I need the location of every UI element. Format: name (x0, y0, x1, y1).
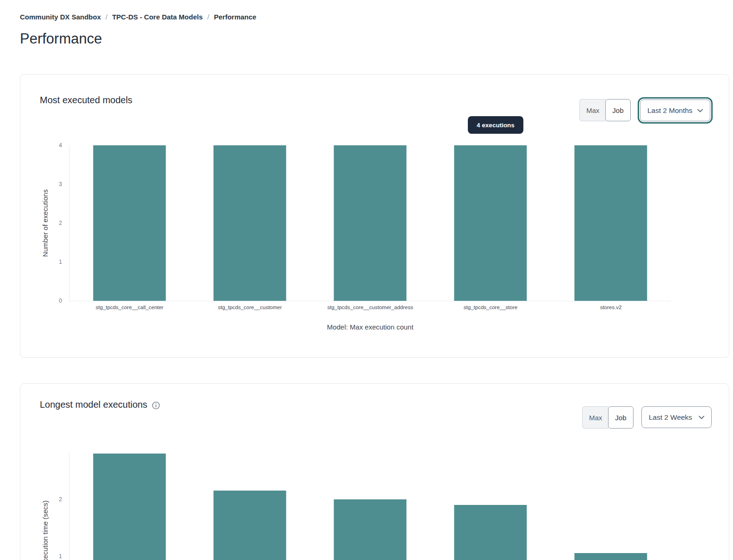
chart-band (69, 145, 190, 301)
page-title: Performance (20, 31, 102, 47)
chart-band (310, 145, 430, 301)
bar-stg_tpcds_core__customer_address[interactable] (334, 145, 406, 301)
bar-col-5[interactable] (574, 553, 647, 560)
y-tick-label: 1 (59, 554, 62, 559)
card-title: Most executed models (40, 95, 132, 106)
y-tick-label: 2 (59, 220, 62, 226)
bar-stg_tpcds_core__call_center[interactable] (93, 145, 166, 301)
chart-band (69, 454, 190, 560)
chevron-down-icon (699, 416, 704, 419)
bar-stores.v2[interactable] (574, 145, 647, 301)
breadcrumb-item-project[interactable]: Community DX Sandbox (20, 13, 101, 21)
card-longest-model-executions: Longest model executions Max Job Last 2 … (20, 383, 729, 560)
x-tick-label: stg_tpcds_core__customer_address (310, 305, 430, 310)
breadcrumb-item-models[interactable]: TPC-DS - Core Data Models (112, 13, 203, 21)
date-range-select[interactable]: Last 2 Weeks (641, 406, 712, 428)
bar-chart-longest-executions: 12 Execution time (secs) (69, 454, 671, 560)
chevron-down-icon (697, 109, 703, 112)
card-title-text: Longest model executions (40, 399, 147, 410)
x-tick-label: stores.v2 (551, 305, 671, 310)
breadcrumb: Community DX Sandbox / TPC-DS - Core Dat… (20, 13, 256, 21)
y-axis-ticks: 01234 (47, 145, 66, 301)
info-icon[interactable] (152, 401, 160, 410)
y-tick-label: 2 (59, 497, 62, 502)
y-axis-ticks: 12 (47, 454, 66, 560)
chart-band (310, 454, 430, 560)
job-button[interactable]: Job (605, 99, 630, 121)
x-axis-label: Model: Max execution count (69, 323, 671, 331)
y-tick-label: 0 (59, 298, 62, 304)
card-title: Longest model executions (40, 399, 160, 410)
bar-col-2[interactable] (213, 491, 286, 560)
chart-band (430, 454, 551, 560)
y-axis-label: Number of executions (41, 189, 49, 257)
chart-tooltip: 4 executions (468, 116, 523, 134)
x-tick-label: stg_tpcds_core__call_center (69, 305, 190, 310)
date-range-value: Last 2 Months (647, 106, 692, 115)
card-title-text: Most executed models (40, 95, 132, 106)
y-tick-label: 1 (59, 259, 62, 265)
y-tick-label: 3 (59, 181, 62, 187)
max-button[interactable]: Max (579, 99, 606, 121)
date-range-select[interactable]: Last 2 Months (640, 100, 710, 121)
chart-band (551, 145, 671, 301)
bar-col-4[interactable] (454, 505, 527, 560)
bar-stg_tpcds_core__store[interactable] (454, 145, 527, 301)
breadcrumb-item-performance[interactable]: Performance (214, 13, 256, 21)
chart-band (190, 454, 310, 560)
max-job-toggle: Max Job (579, 99, 631, 121)
chart-band (190, 145, 310, 301)
x-tick-label: stg_tpcds_core__store (430, 305, 551, 310)
bar-stg_tpcds_core__customer[interactable] (213, 145, 286, 301)
chart-band (430, 145, 551, 301)
chart-band (551, 454, 671, 560)
y-tick-label: 4 (59, 143, 62, 148)
plot-area (69, 145, 671, 301)
breadcrumb-separator: / (106, 13, 107, 21)
breadcrumb-separator: / (207, 13, 209, 21)
y-axis-label: Execution time (secs) (41, 500, 49, 560)
bar-col-1[interactable] (93, 454, 166, 560)
bar-chart-most-executed: 01234 Number of executions stg_tpcds_cor… (69, 145, 671, 301)
plot-area (69, 454, 671, 560)
x-tick-label: stg_tpcds_core__customer (190, 305, 310, 310)
max-job-toggle: Max Job (582, 406, 634, 429)
bar-col-3[interactable] (334, 499, 406, 560)
max-button[interactable]: Max (582, 406, 609, 429)
job-button[interactable]: Job (608, 406, 633, 429)
card-most-executed-models: Most executed models Max Job Last 2 Mont… (20, 74, 729, 358)
date-range-value: Last 2 Weeks (649, 413, 692, 422)
x-axis-ticks: stg_tpcds_core__call_centerstg_tpcds_cor… (69, 305, 671, 310)
